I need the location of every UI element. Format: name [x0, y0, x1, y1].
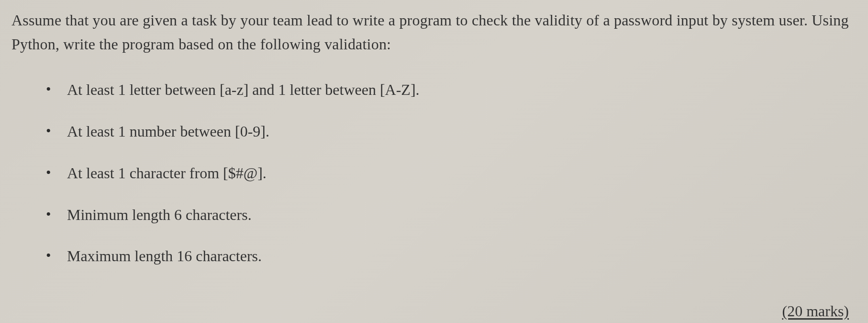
requirement-item: At least 1 character from [$#@]. — [46, 162, 853, 184]
requirements-list: At least 1 letter between [a-z] and 1 le… — [11, 79, 853, 267]
requirement-item: At least 1 letter between [a-z] and 1 le… — [46, 79, 853, 101]
requirement-item: Minimum length 6 characters. — [46, 204, 853, 226]
marks-label: (20 marks) — [782, 302, 849, 320]
requirement-item: At least 1 number between [0-9]. — [46, 121, 853, 142]
question-intro: Assume that you are given a task by your… — [11, 9, 853, 56]
requirement-item: Maximum length 16 characters. — [46, 245, 853, 267]
